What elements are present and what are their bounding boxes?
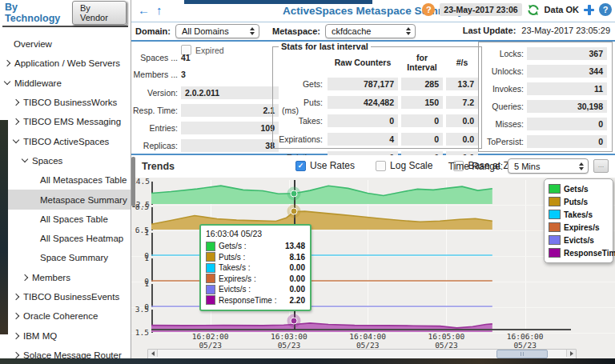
sidebar-item-space-summary[interactable]: Space Summary (0, 248, 131, 267)
legend-swatch-icon (549, 222, 561, 232)
refresh-icon[interactable] (527, 4, 540, 16)
tooltip-swatch-icon (206, 263, 215, 273)
legend-swatch-icon (549, 184, 561, 194)
time-range-label: Time Range: (448, 161, 503, 172)
sidebar-item-tibco-ems-messaging[interactable]: TIBCO EMS Messaging (0, 112, 131, 131)
sidebar-item-tibco-businessworks[interactable]: TIBCO BusinessWorks (0, 93, 131, 112)
sidebar-item-middleware[interactable]: Middleware (0, 74, 131, 93)
help-icon[interactable]: ? (599, 3, 612, 16)
sidebar-item-all-spaces-table[interactable]: All Spaces Table (0, 210, 131, 229)
legend-item: Gets/s (549, 182, 609, 195)
sidebar: By Technology By Vendor OverviewApplicat… (0, 0, 131, 358)
stat-field-value: 2.0.2.011 (181, 86, 279, 99)
stat-field-value: 367 (527, 47, 607, 60)
legend-item: Expires/s (549, 221, 609, 234)
legend-item: Evicts/s (549, 234, 609, 246)
stat-row: Spaces ...41 (131, 53, 191, 62)
stat-field-row: Locks:367 (482, 47, 607, 60)
tooltip-row: Takes/s :0.00 (206, 262, 305, 274)
tooltip-swatch-icon (206, 274, 215, 283)
chart-tooltip: 16:03:04 05/23 Gets/s :13.48Puts/s :8.16… (199, 224, 312, 311)
more-options-button[interactable]: ... (593, 159, 609, 173)
sidebar-item-label: Overview (14, 39, 52, 49)
chevron-right-icon (13, 294, 19, 300)
expired-label: Expired (195, 46, 224, 55)
tooltip-swatch-icon (206, 242, 215, 251)
interval-row-label: Puts: (276, 98, 324, 107)
stat-row: Members ...3 (131, 70, 186, 79)
sidebar-item-solace-message-router[interactable]: Solace Message Router (0, 346, 131, 364)
chart-panel-gets-s[interactable]: 14.512.5 (131, 180, 615, 206)
sidebar-item-label: TIBCO BusinessWorks (23, 98, 117, 107)
stat-field-value: 109 (181, 122, 279, 134)
stat-field-row: Version:2.0.2.011 (131, 86, 279, 99)
y-axis-label: 1 (131, 254, 149, 262)
vertical-scrollbar-thumb[interactable] (131, 157, 135, 206)
sidebar-item-application-web-servers[interactable]: Application / Web Servers (0, 54, 131, 73)
select-arrows-icon (250, 27, 255, 35)
browser-window-edge (184, 0, 372, 4)
time-range-select[interactable]: 5 Mins (508, 158, 589, 174)
interval-col-header: for Interval (401, 53, 443, 72)
trends-toolbar: Trends ✓Use RatesLog ScaleBase at Zero T… (131, 155, 615, 178)
tab-by-technology[interactable]: By Technology (5, 2, 72, 24)
sidebar-item-members[interactable]: Members (0, 268, 131, 287)
domain-select[interactable]: All Domains (175, 24, 259, 38)
interval-value: 787,177 (328, 78, 398, 90)
trends-chart[interactable]: 14.512.58.56.51010103.51.5 16:02:0005/23… (131, 178, 615, 358)
scroll-left-arrow[interactable] (148, 350, 158, 357)
sidebar-item-all-spaces-heatmap[interactable]: All Spaces Heatmap (0, 229, 131, 248)
legend-item: Takes/s (549, 208, 609, 221)
sidebar-item-label: All Metaspaces Table (40, 175, 127, 185)
use-rates-checkbox[interactable]: ✓ (295, 161, 306, 171)
y-axis-label: 1 (131, 228, 149, 237)
sidebar-item-all-metaspaces-table[interactable]: All Metaspaces Table (0, 170, 131, 190)
interval-row-label: Takes: (276, 116, 324, 126)
stat-field-row: Misses:0 (482, 118, 607, 130)
stat-field-value: 344 (527, 65, 607, 78)
scroll-right-arrow[interactable] (566, 350, 576, 357)
sidebar-item-tibco-activespaces[interactable]: TIBCO ActiveSpaces (0, 131, 131, 150)
metaspace-label: Metaspace: (272, 26, 320, 36)
horizontal-scrollbar[interactable] (147, 349, 577, 358)
right-stats-box: Locks:367Unlocks:344Invokes:11Queries:30… (478, 42, 613, 152)
filter-bar: Domain: All Domains Metaspace: ckfdcache… (131, 22, 615, 42)
stat-field-value: 2.1 (181, 104, 279, 117)
legend-swatch-icon (549, 197, 561, 206)
trends-title: Trends (142, 161, 175, 172)
sidebar-item-metaspace-summary[interactable]: Metaspace Summary (0, 190, 131, 209)
sidebar-item-spaces[interactable]: Spaces (0, 151, 131, 170)
x-axis-tick: 16:03:0005/23 (271, 332, 308, 350)
legend-item: Puts/s (549, 195, 609, 208)
checkbox-label: Use Rates (310, 160, 355, 171)
chevron-down-icon (4, 78, 10, 85)
sidebar-item-tibco-businessevents[interactable]: TIBCO BusinessEvents (0, 287, 131, 306)
add-icon[interactable] (584, 5, 594, 15)
interval-value: 0 (328, 114, 398, 127)
by-vendor-button[interactable]: By Vendor (72, 1, 127, 25)
legend-swatch-icon (549, 248, 561, 258)
metaspace-select[interactable]: ckfdcache (325, 24, 416, 38)
legend-swatch-icon (549, 210, 561, 219)
x-axis-tick: 16:05:0005/23 (428, 332, 465, 350)
sidebar-item-label: Application / Web Servers (14, 58, 120, 68)
interval-value: 13.7 (446, 78, 478, 90)
horizontal-scrollbar-thumb[interactable] (496, 350, 548, 358)
sidebar-item-oracle-coherence[interactable]: Oracle Coherence (0, 306, 131, 326)
sidebar-item-overview[interactable]: Overview (0, 34, 131, 54)
tooltip-row: Puts/s :8.16 (206, 252, 305, 263)
chevron-right-icon (22, 274, 28, 280)
log-scale-checkbox[interactable] (376, 161, 386, 171)
chevron-down-icon (13, 137, 19, 143)
stat-field-row: Invokes:11 (482, 82, 607, 95)
sidebar-item-ibm-mq[interactable]: IBM MQ (0, 326, 131, 345)
feedback-help-icon[interactable]: ? (422, 3, 435, 16)
stat-field-value: 11 (527, 82, 607, 95)
sidebar-item-label: Oracle Coherence (23, 311, 98, 321)
interval-value: 424,482 (328, 96, 398, 109)
last-update-label: Last Update: (463, 26, 517, 35)
interval-col-header: #/s (446, 58, 478, 67)
tooltip-swatch-icon (206, 252, 215, 262)
chevron-right-icon (13, 118, 19, 125)
sidebar-item-label: Spaces (32, 156, 62, 166)
